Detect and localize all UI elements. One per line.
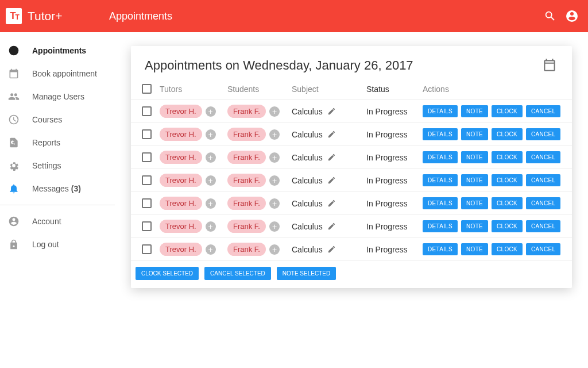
tutor-chip[interactable]: Trevor H. xyxy=(160,243,202,256)
details-button[interactable]: DETAILS xyxy=(423,105,458,117)
cancel-button[interactable]: CANCEL xyxy=(526,220,560,232)
table-row: Trevor H.+Frank F.+CalculusIn ProgressDE… xyxy=(131,215,572,238)
cancel-button[interactable]: CANCEL xyxy=(526,174,560,186)
edit-subject-icon[interactable] xyxy=(327,245,336,254)
details-button[interactable]: DETAILS xyxy=(423,197,458,209)
edit-subject-icon[interactable] xyxy=(327,199,336,208)
add-student-icon[interactable]: + xyxy=(269,244,280,255)
tutor-chip[interactable]: Trevor H. xyxy=(160,128,202,141)
edit-subject-icon[interactable] xyxy=(327,176,336,185)
status-text: In Progress xyxy=(366,245,420,254)
add-student-icon[interactable]: + xyxy=(269,221,280,232)
edit-subject-icon[interactable] xyxy=(327,153,336,162)
row-checkbox[interactable] xyxy=(142,106,152,116)
sidebar-item-label: Manage Users xyxy=(32,92,84,101)
sidebar-item-settings[interactable]: Settings xyxy=(0,154,115,177)
add-student-icon[interactable]: + xyxy=(269,198,280,209)
student-chip[interactable]: Frank F. xyxy=(227,128,266,141)
status-text: In Progress xyxy=(366,107,420,116)
sidebar-item-courses[interactable]: Courses xyxy=(0,108,115,131)
edit-subject-icon[interactable] xyxy=(327,130,336,139)
cancel-button[interactable]: CANCEL xyxy=(526,128,560,140)
clock-button[interactable]: CLOCK xyxy=(492,197,523,209)
sidebar-item-label: Log out xyxy=(32,240,59,249)
edit-subject-icon[interactable] xyxy=(327,222,336,231)
row-checkbox[interactable] xyxy=(142,244,152,254)
note-button[interactable]: NOTE xyxy=(461,128,488,140)
note-button[interactable]: NOTE xyxy=(461,243,488,255)
note-button[interactable]: NOTE xyxy=(461,220,488,232)
details-button[interactable]: DETAILS xyxy=(423,174,458,186)
student-chip[interactable]: Frank F. xyxy=(227,151,266,164)
student-chip[interactable]: Frank F. xyxy=(227,220,266,233)
add-tutor-icon[interactable]: + xyxy=(206,175,216,186)
appointments-table: Tutors Students Subject Status Actions T… xyxy=(131,80,572,288)
add-student-icon[interactable]: + xyxy=(269,175,280,186)
note-selected-button[interactable]: NOTE SELECTED xyxy=(277,267,336,280)
row-checkbox[interactable] xyxy=(142,152,152,162)
add-student-icon[interactable]: + xyxy=(269,152,280,163)
col-header-tutors: Tutors xyxy=(160,85,227,94)
clock-selected-button[interactable]: CLOCK SELECTED xyxy=(136,267,199,280)
note-button[interactable]: NOTE xyxy=(461,174,488,186)
row-checkbox[interactable] xyxy=(142,175,152,185)
col-header-subject: Subject xyxy=(292,85,366,94)
add-tutor-icon[interactable]: + xyxy=(206,129,216,140)
clock-button[interactable]: CLOCK xyxy=(492,174,523,186)
sidebar-item-account[interactable]: Account xyxy=(0,210,115,233)
student-chip[interactable]: Frank F. xyxy=(227,105,266,118)
table-row: Trevor H.+Frank F.+CalculusIn ProgressDE… xyxy=(131,146,572,169)
add-student-icon[interactable]: + xyxy=(269,129,280,140)
row-checkbox[interactable] xyxy=(142,129,152,139)
cancel-button[interactable]: CANCEL xyxy=(526,151,560,163)
cancel-button[interactable]: CANCEL xyxy=(526,197,560,209)
row-checkbox[interactable] xyxy=(142,221,152,231)
add-tutor-icon[interactable]: + xyxy=(206,198,216,209)
details-button[interactable]: DETAILS xyxy=(423,128,458,140)
sidebar-item-book-appointment[interactable]: Book appointment xyxy=(0,62,115,85)
sidebar-item-reports[interactable]: Reports xyxy=(0,131,115,154)
add-tutor-icon[interactable]: + xyxy=(206,221,216,232)
student-chip[interactable]: Frank F. xyxy=(227,243,266,256)
clock-button[interactable]: CLOCK xyxy=(492,128,523,140)
sidebar-item-messages[interactable]: Messages(3) xyxy=(0,177,115,200)
table-row: Trevor H.+Frank F.+CalculusIn ProgressDE… xyxy=(131,192,572,215)
clock-button[interactable]: CLOCK xyxy=(492,151,523,163)
select-all-checkbox[interactable] xyxy=(142,84,152,94)
student-chip[interactable]: Frank F. xyxy=(227,197,266,210)
search-icon[interactable] xyxy=(543,9,557,23)
details-button[interactable]: DETAILS xyxy=(423,243,458,255)
sidebar-item-appointments[interactable]: Appointments xyxy=(0,39,115,62)
row-checkbox[interactable] xyxy=(142,198,152,208)
cancel-selected-button[interactable]: CANCEL SELECTED xyxy=(204,267,271,280)
cancel-button[interactable]: CANCEL xyxy=(526,105,560,117)
cancel-button[interactable]: CANCEL xyxy=(526,243,560,255)
tutor-chip[interactable]: Trevor H. xyxy=(160,197,202,210)
clock-button[interactable]: CLOCK xyxy=(492,220,523,232)
clock-button[interactable]: CLOCK xyxy=(492,105,523,117)
note-button[interactable]: NOTE xyxy=(461,151,488,163)
account-circle-icon[interactable] xyxy=(565,9,579,23)
tutor-chip[interactable]: Trevor H. xyxy=(160,151,202,164)
add-student-icon[interactable]: + xyxy=(269,106,280,117)
clock-button[interactable]: CLOCK xyxy=(492,243,523,255)
calendar-picker-icon[interactable] xyxy=(542,57,558,74)
student-chip[interactable]: Frank F. xyxy=(227,174,266,187)
page-title: Appointments xyxy=(109,10,172,22)
tutor-chip[interactable]: Trevor H. xyxy=(160,174,202,187)
tutor-chip[interactable]: Trevor H. xyxy=(160,105,202,118)
gear-icon xyxy=(7,159,21,172)
add-tutor-icon[interactable]: + xyxy=(206,106,216,117)
note-button[interactable]: NOTE xyxy=(461,197,488,209)
add-tutor-icon[interactable]: + xyxy=(206,244,216,255)
sidebar-item-label: Account xyxy=(32,217,61,226)
sidebar-item-log-out[interactable]: Log out xyxy=(0,233,115,256)
details-button[interactable]: DETAILS xyxy=(423,220,458,232)
bulk-actions: CLOCK SELECTED CANCEL SELECTED NOTE SELE… xyxy=(131,261,572,288)
add-tutor-icon[interactable]: + xyxy=(206,152,216,163)
sidebar-item-manage-users[interactable]: Manage Users xyxy=(0,85,115,108)
edit-subject-icon[interactable] xyxy=(327,107,336,116)
details-button[interactable]: DETAILS xyxy=(423,151,458,163)
tutor-chip[interactable]: Trevor H. xyxy=(160,220,202,233)
note-button[interactable]: NOTE xyxy=(461,105,488,117)
